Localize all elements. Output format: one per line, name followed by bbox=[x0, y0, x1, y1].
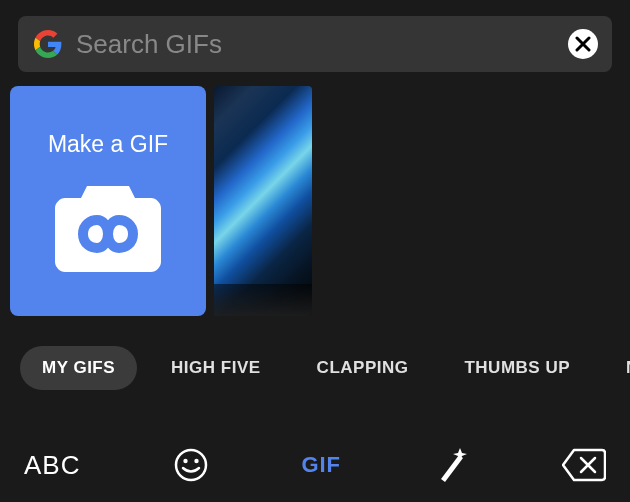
svg-point-0 bbox=[176, 450, 206, 480]
svg-point-2 bbox=[194, 459, 198, 463]
category-thumbs-up[interactable]: THUMBS UP bbox=[442, 346, 592, 390]
search-input[interactable] bbox=[64, 29, 568, 60]
category-my-gifs[interactable]: MY GIFS bbox=[20, 346, 137, 390]
emoji-button[interactable] bbox=[174, 448, 208, 482]
bottom-bar: ABC GIF bbox=[0, 428, 630, 502]
category-row: MY GIFS HIGH FIVE CLAPPING THUMBS UP NO bbox=[0, 316, 630, 390]
make-gif-label: Make a GIF bbox=[48, 131, 168, 158]
backspace-icon bbox=[562, 448, 606, 482]
category-high-five[interactable]: HIGH FIVE bbox=[149, 346, 283, 390]
gif-tab-button[interactable]: GIF bbox=[301, 452, 341, 478]
gif-thumbnail[interactable] bbox=[214, 86, 312, 316]
smiley-icon bbox=[174, 448, 208, 482]
category-clapping[interactable]: CLAPPING bbox=[295, 346, 431, 390]
backspace-button[interactable] bbox=[562, 448, 606, 482]
category-no[interactable]: NO bbox=[604, 346, 630, 390]
clear-search-button[interactable] bbox=[568, 29, 598, 59]
make-gif-tile[interactable]: Make a GIF bbox=[10, 86, 206, 316]
search-bar[interactable] bbox=[18, 16, 612, 72]
abc-keyboard-button[interactable]: ABC bbox=[24, 450, 80, 481]
google-logo-icon bbox=[32, 28, 64, 60]
gif-results-row: Make a GIF bbox=[0, 72, 630, 316]
wand-icon bbox=[435, 445, 469, 485]
svg-point-1 bbox=[183, 459, 187, 463]
sticker-button[interactable] bbox=[435, 445, 469, 485]
close-icon bbox=[575, 36, 591, 52]
camera-infinity-icon bbox=[55, 182, 161, 272]
